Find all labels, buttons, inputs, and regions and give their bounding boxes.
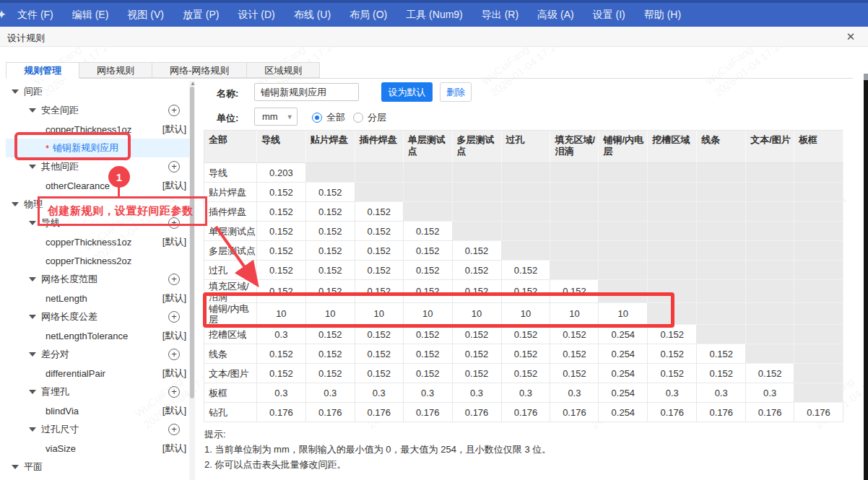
clearance-value-cell[interactable]: 0.152 (404, 241, 453, 261)
tree-scrollbar-thumb[interactable] (190, 87, 194, 398)
column-header[interactable]: 导线 (257, 131, 306, 163)
clearance-value-cell[interactable]: 0.3 (502, 383, 551, 403)
clearance-value-cell[interactable]: 0.152 (306, 280, 355, 303)
column-header[interactable]: 线条 (697, 131, 746, 163)
clearance-value-cell[interactable]: 0.3 (746, 383, 794, 403)
menu-item[interactable]: 布线 (U) (285, 3, 340, 27)
add-rule-icon[interactable]: + (168, 217, 180, 229)
tree-item[interactable]: blindVia[默认] (6, 401, 189, 420)
rule-name-input[interactable] (254, 83, 359, 101)
clearance-value-cell[interactable]: 0.152 (550, 364, 599, 383)
clearance-value-cell[interactable]: 0.152 (257, 183, 306, 202)
tab-1[interactable]: 规则管理 (6, 62, 79, 79)
clearance-value-cell[interactable]: 0.152 (697, 344, 746, 364)
add-rule-icon[interactable]: + (168, 349, 180, 360)
clearance-value-cell[interactable]: 0.152 (550, 280, 599, 303)
caret-down-icon[interactable] (12, 202, 19, 206)
clearance-value-cell[interactable]: 0.3 (697, 383, 746, 403)
clearance-value-cell[interactable]: 0.3 (355, 383, 404, 403)
clearance-value-cell[interactable]: 0.176 (697, 403, 746, 422)
clearance-value-cell[interactable]: 0.152 (404, 222, 453, 241)
clearance-value-cell[interactable]: 0.254 (599, 344, 648, 364)
clearance-value-cell[interactable]: 0.152 (257, 222, 306, 241)
clearance-value-cell[interactable]: 0.152 (648, 364, 697, 383)
caret-down-icon[interactable] (29, 221, 36, 225)
clearance-value-cell[interactable]: 0.203 (257, 163, 306, 183)
column-header[interactable]: 铺铜/内电层 (599, 131, 648, 163)
clearance-value-cell[interactable]: 0.176 (746, 403, 794, 422)
tree-item[interactable]: copperThickness1oz[默认] (6, 120, 189, 139)
clearance-value-cell[interactable]: 0.152 (404, 280, 453, 303)
clearance-value-cell[interactable]: 0.152 (404, 261, 453, 280)
clearance-value-cell[interactable]: 0.152 (404, 344, 453, 364)
menu-item[interactable]: 设计 (D) (228, 3, 284, 27)
tab-4[interactable]: 区域规则 (247, 62, 320, 78)
tree-item[interactable]: 网络长度范围+ (6, 270, 189, 289)
column-header[interactable]: 过孔 (502, 131, 551, 163)
tree-item[interactable]: netLengthTolerance[默认] (6, 326, 189, 345)
clearance-value-cell[interactable]: 0.176 (453, 403, 502, 422)
caret-down-icon[interactable] (12, 465, 19, 469)
clearance-value-cell[interactable]: 0.152 (306, 325, 355, 344)
tree-item[interactable]: *铺铜新规则应用 (6, 139, 189, 157)
add-rule-icon[interactable]: + (168, 274, 180, 285)
caret-down-icon[interactable] (29, 390, 36, 394)
clearance-value-cell[interactable]: 0.176 (550, 403, 599, 422)
clearance-value-cell[interactable]: 0.152 (355, 325, 404, 344)
clearance-value-cell[interactable]: 10 (599, 303, 648, 325)
clearance-value-cell[interactable]: 0.152 (257, 261, 306, 280)
menu-item[interactable]: 帮助 (H) (635, 3, 690, 27)
clearance-value-cell[interactable]: 0.152 (453, 344, 502, 364)
clearance-value-cell[interactable]: 0.152 (257, 344, 306, 364)
clearance-value-cell[interactable]: 0.152 (453, 280, 502, 303)
caret-down-icon[interactable] (29, 427, 36, 432)
menu-item[interactable]: 导出 (R) (472, 3, 528, 27)
clearance-value-cell[interactable]: 0.176 (794, 403, 843, 422)
delete-button[interactable]: 删除 (440, 82, 472, 102)
menu-item[interactable]: 视图 (V) (118, 3, 173, 27)
clearance-value-cell[interactable]: 0.152 (355, 222, 404, 241)
column-header[interactable]: 多层测试点 (453, 131, 502, 163)
column-header[interactable]: 板框 (794, 131, 843, 163)
clearance-value-cell[interactable]: 0.254 (599, 325, 648, 344)
add-rule-icon[interactable]: + (168, 386, 180, 398)
clearance-value-cell[interactable]: 0.152 (697, 364, 746, 383)
caret-down-icon[interactable] (29, 165, 36, 169)
unit-select[interactable]: mm ▼ (254, 108, 298, 126)
clearance-value-cell[interactable]: 0.152 (355, 280, 404, 303)
clearance-value-cell[interactable]: 0.3 (257, 325, 306, 344)
column-header[interactable]: 文本/图片 (746, 131, 794, 163)
caret-down-icon[interactable] (29, 352, 36, 357)
clearance-value-cell[interactable]: 10 (404, 303, 453, 325)
clearance-value-cell[interactable]: 0.152 (746, 364, 794, 383)
clearance-value-cell[interactable]: 0.152 (306, 183, 355, 202)
clearance-value-cell[interactable]: 0.152 (355, 261, 404, 280)
clearance-value-cell[interactable]: 0.152 (404, 364, 453, 383)
clearance-value-cell[interactable]: 0.152 (502, 364, 551, 383)
clearance-value-cell[interactable]: 0.176 (257, 403, 306, 422)
radio-all[interactable]: 全部 (312, 111, 345, 124)
caret-down-icon[interactable] (29, 277, 36, 282)
menu-item[interactable]: 文件 (F) (8, 3, 63, 27)
tree-item[interactable]: 网络长度公差+ (6, 307, 189, 326)
clearance-value-cell[interactable]: 0.3 (453, 383, 502, 403)
scrollbar-up-icon[interactable]: ▲ (190, 81, 194, 86)
clearance-value-cell[interactable]: 0.152 (453, 261, 502, 280)
tree-item[interactable]: copperThickness1oz[默认] (6, 232, 189, 251)
clearance-value-cell[interactable]: 0.3 (257, 383, 306, 403)
tree-item[interactable]: otherClearance[默认] (6, 176, 189, 195)
tree-item[interactable]: 间距 (6, 82, 189, 101)
clearance-value-cell[interactable]: 0.152 (453, 364, 502, 383)
tree-item[interactable]: 平面 (6, 458, 189, 476)
clearance-value-cell[interactable]: 0.176 (404, 403, 453, 422)
clearance-value-cell[interactable]: 0.152 (453, 325, 502, 344)
clearance-value-cell[interactable]: 0.152 (502, 344, 551, 364)
column-header[interactable]: 填充区域/泪滴 (550, 131, 599, 163)
clearance-value-cell[interactable]: 0.152 (257, 364, 306, 383)
clearance-value-cell[interactable]: 0.152 (355, 344, 404, 364)
clearance-value-cell[interactable]: 0.254 (599, 364, 648, 383)
clearance-value-cell[interactable]: 10 (502, 303, 551, 325)
menu-item[interactable]: 布局 (O) (340, 3, 396, 27)
radio-layered[interactable]: 分层 (353, 111, 386, 124)
tree-item[interactable]: 过孔尺寸+ (6, 420, 189, 439)
